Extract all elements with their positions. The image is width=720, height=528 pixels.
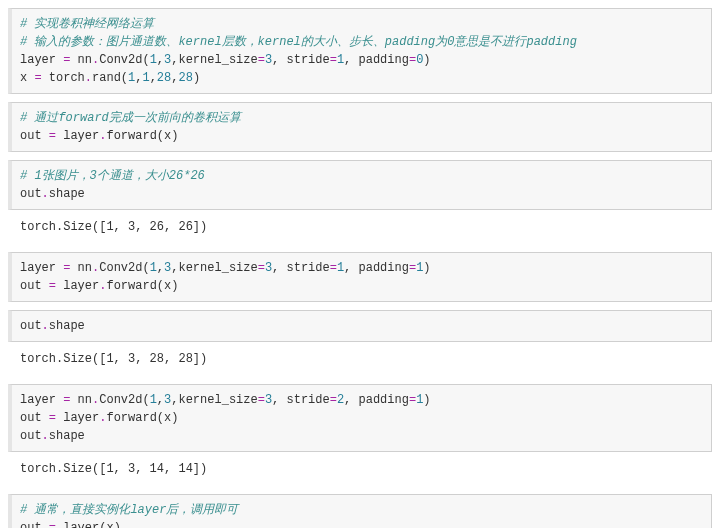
output-cell: torch.Size([1, 3, 28, 28]) [8, 344, 712, 378]
output-cell: torch.Size([1, 3, 26, 26]) [8, 212, 712, 246]
notebook-container: # 实现卷积神经网络运算 # 输入的参数：图片通道数、kernel层数，kern… [8, 8, 712, 528]
code-cell[interactable]: layer = nn.Conv2d(1,3,kernel_size=3, str… [8, 384, 712, 452]
code-cell[interactable]: # 通过forward完成一次前向的卷积运算 out = layer.forwa… [8, 102, 712, 152]
code-cell[interactable]: out.shape [8, 310, 712, 342]
output-cell: torch.Size([1, 3, 14, 14]) [8, 454, 712, 488]
code-cell[interactable]: layer = nn.Conv2d(1,3,kernel_size=3, str… [8, 252, 712, 302]
code-cell[interactable]: # 实现卷积神经网络运算 # 输入的参数：图片通道数、kernel层数，kern… [8, 8, 712, 94]
code-cell[interactable]: # 通常，直接实例化layer后，调用即可 out = layer(x) out… [8, 494, 712, 528]
code-cell[interactable]: # 1张图片，3个通道，大小26*26 out.shape [8, 160, 712, 210]
